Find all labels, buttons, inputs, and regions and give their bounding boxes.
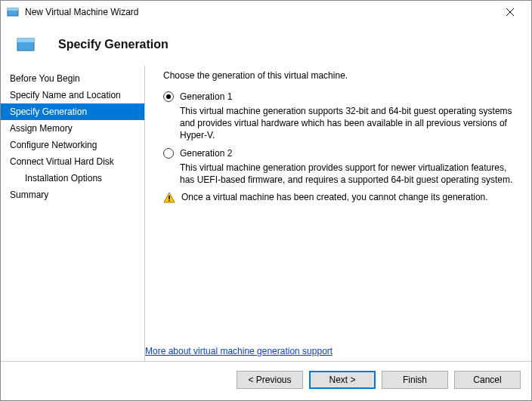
label-generation-2[interactable]: Generation 2 [180, 148, 232, 159]
radio-generation-1[interactable] [163, 91, 174, 102]
svg-rect-8 [169, 200, 170, 202]
warning-text: Once a virtual machine has been created,… [181, 192, 488, 202]
next-button[interactable]: Next > [309, 371, 376, 389]
close-icon [506, 8, 514, 16]
step-specify-name-location[interactable]: Specify Name and Location [1, 87, 144, 103]
wizard-steps-sidebar: Before You Begin Specify Name and Locati… [1, 66, 144, 361]
description-generation-2: This virtual machine generation provides… [180, 162, 521, 186]
label-generation-1[interactable]: Generation 1 [180, 91, 232, 102]
wizard-main: Choose the generation of this virtual ma… [144, 66, 531, 361]
wizard-body: Before You Begin Specify Name and Locati… [1, 66, 531, 361]
more-info-link[interactable]: More about virtual machine generation su… [145, 346, 332, 356]
finish-button[interactable]: Finish [382, 371, 448, 389]
warning-icon [163, 192, 175, 204]
step-assign-memory[interactable]: Assign Memory [1, 120, 144, 137]
radio-generation-2[interactable] [163, 148, 174, 159]
step-before-you-begin[interactable]: Before You Begin [1, 70, 144, 87]
page-title: Specify Generation [58, 38, 169, 51]
warning-row: Once a virtual machine has been created,… [163, 192, 521, 204]
instruction-text: Choose the generation of this virtual ma… [163, 70, 521, 81]
step-connect-virtual-hard-disk[interactable]: Connect Virtual Hard Disk [1, 153, 144, 170]
svg-rect-5 [17, 39, 34, 42]
wizard-footer: < Previous Next > Finish Cancel [1, 361, 531, 398]
window-title: New Virtual Machine Wizard [25, 7, 495, 17]
step-configure-networking[interactable]: Configure Networking [1, 137, 144, 153]
close-button[interactable] [495, 2, 525, 23]
help-link-row: More about virtual machine generation su… [145, 346, 332, 356]
cancel-button[interactable]: Cancel [454, 371, 521, 389]
titlebar: New Virtual Machine Wizard [1, 1, 531, 23]
svg-rect-1 [8, 8, 18, 11]
wizard-icon [16, 35, 40, 54]
option-generation-2: Generation 2 This virtual machine genera… [163, 148, 521, 186]
step-summary[interactable]: Summary [1, 187, 144, 203]
description-generation-1: This virtual machine generation supports… [180, 105, 521, 142]
step-specify-generation[interactable]: Specify Generation [1, 103, 144, 120]
app-icon [7, 6, 19, 18]
previous-button[interactable]: < Previous [237, 371, 303, 389]
page-header: Specify Generation [1, 23, 531, 66]
option-generation-1: Generation 1 This virtual machine genera… [163, 91, 521, 142]
svg-rect-7 [169, 196, 170, 199]
step-installation-options[interactable]: Installation Options [1, 170, 144, 187]
